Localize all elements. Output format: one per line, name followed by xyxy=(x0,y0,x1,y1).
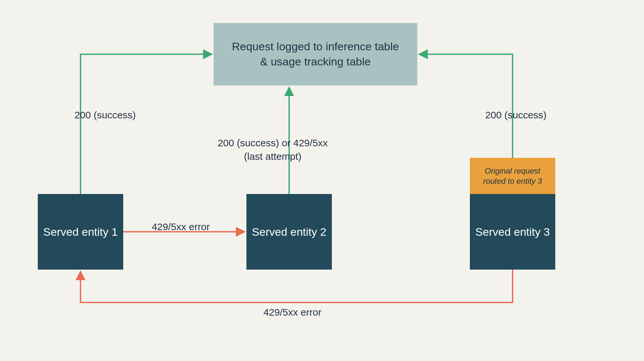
served-entity-2: Served entity 2 xyxy=(246,194,332,270)
log-box: Request logged to inference table & usag… xyxy=(214,23,417,85)
served-entity-3-origin-note: Original request routed to entity 3 xyxy=(470,158,555,194)
arrow-e3-to-top xyxy=(419,54,513,158)
served-entity-1-label: Served entity 1 xyxy=(43,225,118,239)
edge-label-e2-success-or-last: 200 (success) or 429/5xx (last attempt) xyxy=(207,136,338,163)
served-entity-3-origin-note-label: Original request routed to entity 3 xyxy=(476,166,549,186)
served-entity-3-label: Served entity 3 xyxy=(475,225,550,239)
served-entity-2-label: Served entity 2 xyxy=(252,225,327,239)
edge-label-e3-to-e1-error: 429/5xx error xyxy=(250,306,335,319)
edge-label-e1-success: 200 (success) xyxy=(69,108,141,122)
served-entity-1: Served entity 1 xyxy=(38,194,123,270)
edge-label-e1-to-e2-error: 429/5xx error xyxy=(138,220,223,234)
edge-label-e3-success: 200 (success) xyxy=(480,108,552,122)
log-box-label: Request logged to inference table & usag… xyxy=(227,39,404,69)
diagram-stage: Request logged to inference table & usag… xyxy=(0,0,644,361)
arrow-e3-to-e1-error xyxy=(80,270,513,302)
served-entity-3: Served entity 3 xyxy=(470,194,555,270)
arrow-e1-to-top xyxy=(80,54,212,194)
